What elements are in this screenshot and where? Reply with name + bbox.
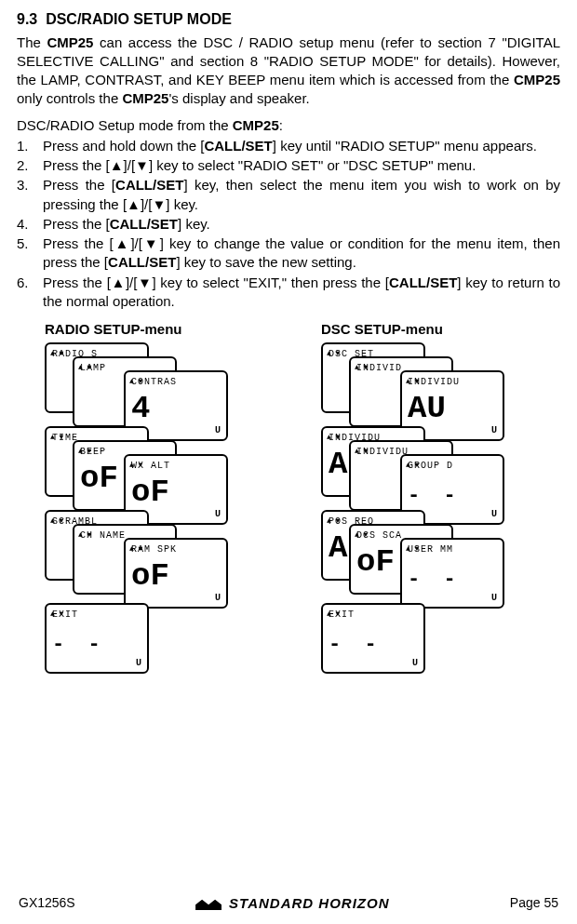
up-down-icon: ▲ ▼: [129, 378, 142, 385]
screen-header: EXIT: [52, 609, 141, 622]
up-down-icon: ▲ ▼: [327, 350, 340, 357]
screen-header: RAM SPK: [131, 543, 221, 556]
up-down-icon: ▲ ▼: [355, 364, 368, 371]
u-indicator: U: [491, 424, 497, 437]
up-down-icon: ▲ ▼: [327, 434, 340, 441]
section-heading: 9.3 DSC/RADIO SETUP MODE: [17, 9, 560, 30]
wave-icon: [195, 897, 221, 910]
steps-list: Press and hold down the [CALL/SET] key u…: [17, 137, 560, 311]
lcd-screen: ▲ ▼USER MM- -U: [400, 538, 504, 609]
u-indicator: U: [491, 592, 497, 605]
up-down-icon: ▲ ▼: [327, 610, 340, 618]
section-title-text: DSC/RADIO SETUP MODE: [46, 11, 232, 27]
screen-body: - -: [408, 566, 497, 594]
up-down-icon: ▲ ▼: [129, 545, 142, 553]
up-down-icon: ▲ ▼: [406, 545, 419, 553]
up-down-icon: ▲ ▼: [355, 448, 368, 455]
screen-body: - -: [329, 631, 418, 659]
footer-model: GX1256S: [19, 894, 75, 912]
radio-setup-column: RADIO SETUP-menu ▲ ▼RADIO S U▲ ▼LAMP U▲ …: [45, 320, 284, 668]
u-indicator: U: [215, 424, 221, 437]
dsc-setup-column: DSC SETUP-menu ▲ ▼DSC SET U▲ ▼INDIVID U▲…: [321, 320, 560, 668]
radio-screen-stack: ▲ ▼RADIO S U▲ ▼LAMP U▲ ▼CONTRAS4U▲ ▼TIME…: [45, 342, 284, 668]
up-down-icon: ▲ ▼: [406, 462, 419, 469]
screen-header: WX ALT: [131, 460, 221, 473]
screen-body: - -: [408, 482, 497, 510]
dsc-setup-title: DSC SETUP-menu: [321, 320, 560, 339]
up-down-icon: ▲ ▼: [355, 531, 368, 539]
step-4: Press the [CALL/SET] key.: [17, 215, 560, 234]
u-indicator: U: [215, 508, 221, 521]
section-number: 9.3: [17, 11, 37, 27]
step-5: Press the [▲]/[▼] key to change the valu…: [17, 234, 560, 273]
lcd-screen: ▲ ▼EXIT- -U: [321, 603, 425, 674]
up-down-icon: ▲ ▼: [129, 462, 142, 469]
up-down-icon: ▲ ▼: [50, 350, 63, 357]
u-indicator: U: [491, 508, 497, 521]
up-down-icon: ▲ ▼: [50, 434, 63, 441]
screen-header: EXIT: [329, 609, 418, 622]
screen-body: AU: [408, 393, 497, 424]
footer-page: Page 55: [510, 894, 558, 912]
up-down-icon: ▲ ▼: [50, 517, 63, 525]
up-down-icon: ▲ ▼: [406, 378, 419, 385]
screen-header: USER MM: [408, 543, 497, 556]
radio-setup-title: RADIO SETUP-menu: [45, 320, 284, 339]
dsc-screen-stack: ▲ ▼DSC SET U▲ ▼INDIVID U▲ ▼INDIVIDUAUU▲ …: [321, 342, 560, 668]
screen-header: GROUP D: [408, 460, 497, 473]
u-indicator: U: [136, 657, 141, 670]
screen-body: oF: [131, 560, 221, 592]
leadin: DSC/RADIO Setup mode from the CMP25:: [17, 116, 560, 135]
step-2: Press the [▲]/[▼] key to select "RADIO S…: [17, 156, 560, 175]
lcd-screen: ▲ ▼RAM SPKoFU: [124, 538, 228, 609]
u-indicator: U: [215, 592, 221, 605]
u-indicator: U: [412, 657, 418, 670]
page-footer: GX1256S STANDARD HORIZON Page 55: [0, 894, 577, 913]
screen-body: 4: [131, 393, 221, 424]
menus-row: RADIO SETUP-menu ▲ ▼RADIO S U▲ ▼LAMP U▲ …: [17, 320, 560, 668]
step-1: Press and hold down the [CALL/SET] key u…: [17, 137, 560, 155]
up-down-icon: ▲ ▼: [50, 610, 63, 618]
screen-header: CONTRAS: [131, 376, 221, 389]
up-down-icon: ▲ ▼: [78, 448, 91, 455]
step-6: Press the [▲]/[▼] key to select "EXIT," …: [17, 274, 560, 312]
intro-paragraph: The CMP25 can access the DSC / RADIO set…: [17, 33, 560, 109]
up-down-icon: ▲ ▼: [78, 531, 91, 539]
up-down-icon: ▲ ▼: [327, 517, 340, 525]
up-down-icon: ▲ ▼: [78, 364, 91, 371]
step-3: Press the [CALL/SET] key, then select th…: [17, 176, 560, 214]
screen-body: - -: [52, 631, 141, 659]
brand-logo: STANDARD HORIZON: [195, 894, 389, 913]
brand-text: STANDARD HORIZON: [229, 894, 389, 913]
lcd-screen: ▲ ▼EXIT- -U: [45, 603, 149, 674]
screen-body: oF: [131, 476, 221, 508]
screen-header: INDIVIDU: [408, 376, 497, 389]
